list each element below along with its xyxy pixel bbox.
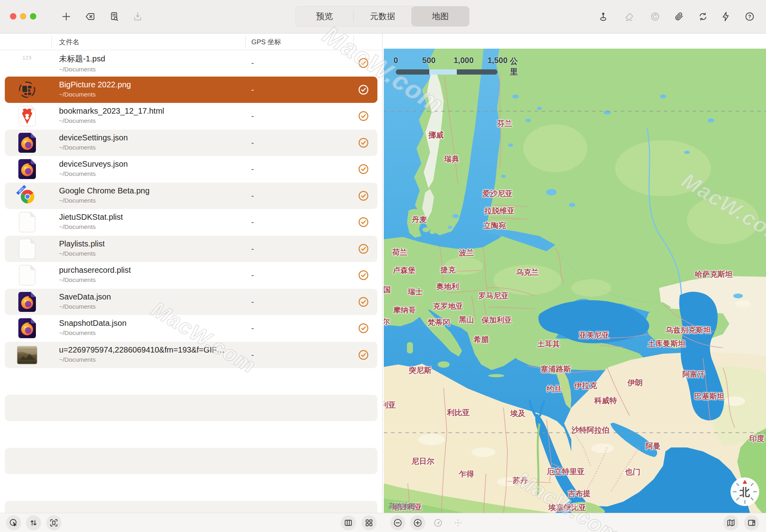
file-row[interactable]: SnapshotData.json~/Documents- (5, 315, 377, 342)
check-icon[interactable] (358, 138, 369, 148)
check-icon[interactable] (358, 270, 369, 280)
map-canvas (384, 49, 766, 513)
close-window-button[interactable] (10, 13, 16, 20)
quick-action-button[interactable] (718, 9, 733, 24)
file-text: SnapshotData.json~/Documents (59, 319, 126, 337)
map-country-label: 爱沙尼亚 (482, 189, 513, 199)
file-text: Playlists.plist~/Documents (59, 239, 105, 257)
map-country-label: 捷克 (440, 265, 456, 275)
map-center-button (450, 515, 466, 530)
file-row[interactable]: BETAGoogle Chrome Beta.png~/Documents- (5, 183, 377, 209)
toggle-panel-button[interactable] (744, 515, 759, 530)
tab-地图[interactable]: 地图 (411, 6, 469, 26)
map-country-label: 利亚 (384, 400, 396, 410)
inspect-file-button[interactable] (107, 9, 122, 24)
select-file-button[interactable] (46, 515, 61, 530)
file-name: 未标题-1.psd (59, 53, 105, 64)
map-country-label: 乌兹别克斯坦 (665, 325, 711, 335)
map-country-label: 摩纳哥 (393, 305, 416, 315)
help-button[interactable]: ? (742, 9, 757, 24)
check-icon[interactable] (358, 350, 369, 360)
map-view[interactable]: 05001,0001,500公里 挪威芬兰瑞典爱沙尼亚拉脱维亚丹麦立陶宛荷兰波兰… (384, 49, 766, 513)
firefox-icon (16, 131, 38, 154)
minimize-window-button[interactable] (20, 13, 26, 20)
map-attribution: 高德地图 (388, 502, 415, 511)
sort-button[interactable] (26, 515, 41, 530)
file-row[interactable]: bookmarks_2023_12_17.html~/Documents- (5, 103, 377, 130)
file-path: ~/Documents (59, 66, 105, 73)
column-view-button[interactable] (341, 515, 356, 530)
map-country-label: 瑞典 (444, 154, 459, 164)
plist-icon (16, 237, 38, 260)
remove-file-button[interactable] (83, 9, 98, 24)
pick-location-button[interactable] (6, 515, 21, 530)
scale-unit-label: 公里 (510, 56, 518, 77)
column-header-filename[interactable]: 文件名 (59, 37, 79, 47)
gps-value: - (245, 324, 261, 333)
zoom-window-button[interactable] (30, 13, 36, 20)
add-file-button[interactable] (59, 9, 74, 24)
file-path: ~/Documents (59, 170, 128, 177)
map-country-label: 芬兰 (497, 118, 512, 129)
map-country-label: 塞浦路斯 (541, 364, 571, 374)
map-country-label: 尼日尔 (412, 456, 434, 467)
attach-button[interactable] (671, 9, 687, 24)
file-name: SaveData.json (59, 292, 111, 301)
tab-预览[interactable]: 预览 (296, 6, 353, 26)
file-row[interactable]: BigPicture 2022.png~/Documents- (5, 77, 377, 103)
map-country-label: 印度 (749, 433, 764, 444)
plist-icon (16, 264, 38, 287)
file-name: deviceSurveys.json (59, 160, 128, 169)
map-country-label: 土耳其 (537, 339, 560, 349)
file-path: ~/Documents (59, 276, 131, 284)
check-icon[interactable] (358, 111, 369, 121)
map-country-label: 亚美尼亚 (579, 330, 609, 341)
check-icon[interactable] (358, 164, 369, 174)
file-text: deviceSettings.json~/Documents (59, 133, 128, 151)
file-row[interactable]: Playlists.plist~/Documents- (5, 236, 377, 262)
map-country-label: 也门 (625, 467, 640, 477)
map-country-label: 科威特 (594, 396, 617, 406)
map-country-label: 挪威 (428, 130, 444, 140)
file-name: Playlists.plist (59, 239, 105, 248)
map-country-label: 国 (384, 285, 391, 295)
scale-tick-label: 1,500 (488, 56, 507, 65)
file-row[interactable]: deviceSurveys.json~/Documents- (5, 156, 377, 183)
file-path: ~/Documents (59, 117, 164, 124)
empty-row (5, 421, 377, 448)
check-icon[interactable] (358, 217, 369, 227)
sync-button[interactable] (695, 9, 711, 24)
file-row[interactable]: deviceSettings.json~/Documents- (5, 130, 377, 156)
check-icon[interactable] (358, 191, 369, 201)
map-country-label: 拉脱维亚 (484, 206, 515, 216)
gps-value: - (245, 112, 261, 121)
check-icon[interactable] (358, 297, 369, 307)
file-row[interactable]: JietuSDKStat.plist~/Documents- (5, 209, 377, 236)
map-country-label: 波兰 (459, 248, 474, 258)
toolbar: 预览元数据地图 ? (0, 0, 766, 33)
map-zoom-in-button[interactable] (410, 515, 425, 530)
file-row[interactable]: 123未标题-1.psd~/Documents- (5, 50, 377, 77)
map-country-label: 阿曼 (646, 441, 661, 451)
column-header-gps[interactable]: GPS 坐标 (251, 37, 281, 47)
map-style-button[interactable] (723, 515, 738, 530)
check-icon[interactable] (358, 85, 369, 95)
file-row[interactable]: SaveData.json~/Documents- (5, 289, 377, 315)
file-row[interactable]: u=2269795974,2286069410&fm=193&f=GIF…~/D… (5, 342, 377, 368)
file-row[interactable]: purchaserecord.plist~/Documents- (5, 262, 377, 289)
compass-control[interactable]: 北 (730, 477, 760, 506)
drop-pin-button[interactable] (596, 9, 611, 24)
check-icon[interactable] (358, 58, 369, 68)
panel-divider[interactable] (382, 33, 383, 532)
bottom-toolbar (0, 513, 766, 532)
grid-view-button[interactable] (361, 515, 377, 530)
map-zoom-out-button[interactable] (390, 515, 405, 530)
file-name: bookmarks_2023_12_17.html (59, 106, 164, 116)
tab-元数据[interactable]: 元数据 (354, 6, 412, 26)
check-icon[interactable] (358, 244, 369, 254)
map-country-label: 立陶宛 (484, 221, 506, 231)
check-icon[interactable] (358, 323, 369, 333)
map-country-label: 阿富汗 (683, 369, 705, 380)
map-country-label: 奥地利 (436, 282, 459, 292)
gps-value: - (245, 85, 261, 94)
